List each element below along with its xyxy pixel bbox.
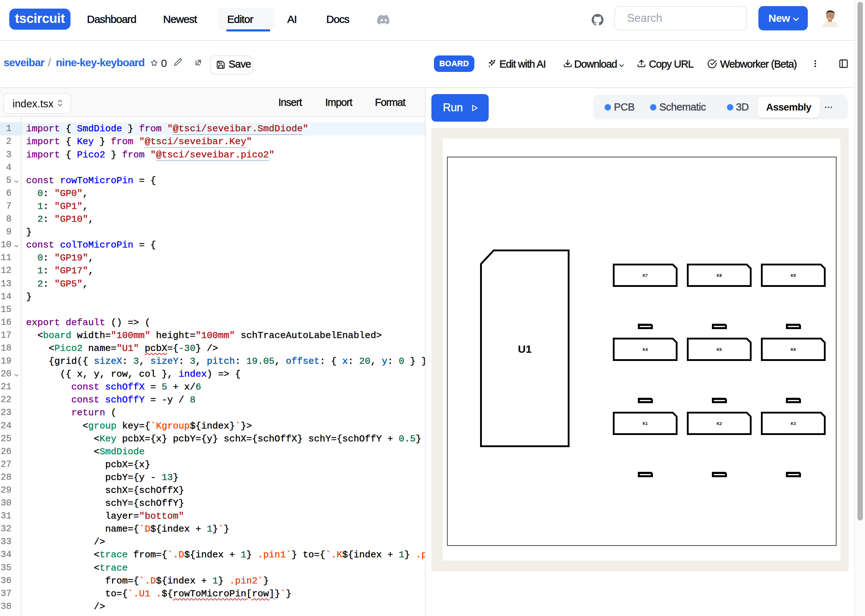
svg-text:K2: K2 bbox=[717, 421, 722, 426]
svg-text:K3: K3 bbox=[791, 421, 796, 426]
svg-text:K6: K6 bbox=[791, 347, 796, 352]
svg-text:K5: K5 bbox=[717, 347, 722, 352]
svg-text:K8: K8 bbox=[717, 273, 722, 278]
svg-text:K1: K1 bbox=[642, 421, 647, 426]
svg-text:U1: U1 bbox=[518, 343, 532, 355]
svg-text:K4: K4 bbox=[642, 347, 648, 352]
svg-text:K9: K9 bbox=[791, 273, 796, 278]
svg-text:K7: K7 bbox=[642, 273, 647, 278]
